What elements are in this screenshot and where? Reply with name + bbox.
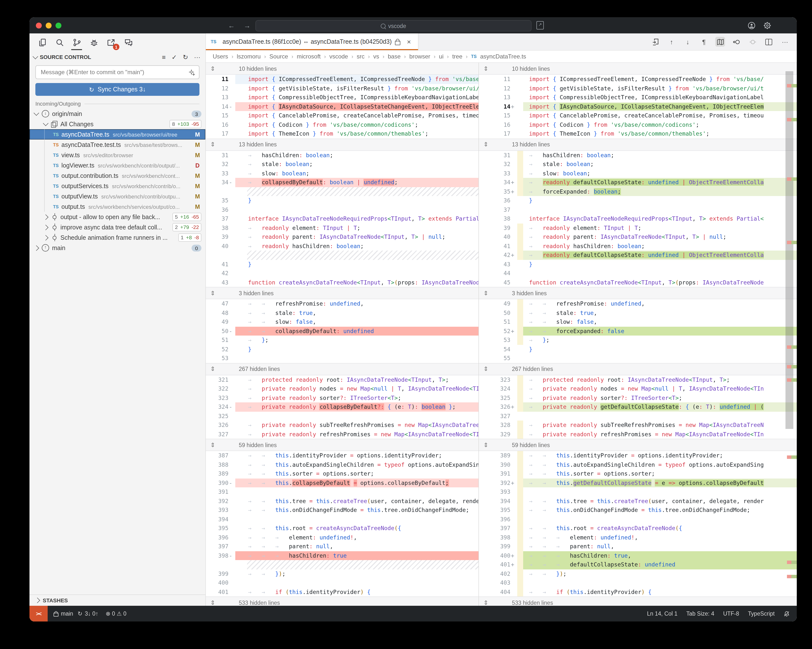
hidden-lines-band[interactable]: ⇕267 hidden lines [206, 363, 478, 375]
scm-file-row[interactable]: TSasyncDataTree.tssrc/vs/base/browser/ui… [29, 129, 205, 139]
hidden-lines-band[interactable]: ⇕10 hidden lines [206, 63, 478, 75]
chevron-right-icon [43, 214, 49, 220]
diff-line: 16import { Codicon } from 'vs/base/commo… [206, 120, 478, 129]
diff-line: 15import { CancelablePromise, createCanc… [206, 111, 478, 120]
cursor-position-item[interactable]: Ln 14, Col 1 [647, 611, 678, 617]
breadcrumb-item[interactable]: microsoft [297, 53, 321, 60]
hidden-lines-band[interactable]: ⇕533 hidden lines [206, 596, 478, 606]
close-window-button[interactable] [36, 22, 42, 28]
open-new-window-icon[interactable]: ↗ [536, 21, 544, 29]
breadcrumb-item[interactable]: vs [373, 53, 379, 60]
refresh-icon[interactable]: ↻ [183, 53, 188, 61]
previous-change-icon[interactable]: ↑ [667, 37, 676, 47]
breadcrumb-item[interactable]: lszomoru [237, 53, 261, 60]
scm-file-row[interactable]: TSoutputView.tssrc/vs/workbench/contrib/… [29, 191, 205, 202]
remote-badge: 1 [113, 44, 119, 50]
scm-file-row[interactable]: TSoutput.contribution.tssrc/vs/workbench… [29, 171, 205, 181]
more-actions-icon[interactable]: ··· [194, 53, 200, 61]
diff-line: 393→ → this.onDidChangeFindMode = this.t… [206, 505, 478, 515]
hidden-lines-band[interactable]: ⇕59 hidden lines [206, 439, 478, 451]
command-center[interactable]: vscode [255, 20, 531, 31]
minimize-window-button[interactable] [46, 22, 52, 28]
language-mode-item[interactable]: TypeScript [748, 611, 775, 617]
diff-original-pane[interactable]: ⇕10 hidden lines11import { ICompressedTr… [206, 63, 479, 606]
explorer-icon[interactable] [35, 35, 49, 50]
scm-commit-row[interactable]: improve async data tree default coll...2… [29, 222, 205, 232]
diff-line: 14+import { IAsyncDataSource, ICollapseS… [479, 102, 797, 111]
hidden-lines-band[interactable]: ⇕13 hidden lines [479, 138, 797, 151]
scm-file-row[interactable]: TSoutput.tssrc/vs/workbench/services/out… [29, 202, 205, 212]
diff-line: 49→ → refreshPromise: undefined, [479, 299, 797, 308]
breadcrumb[interactable]: Users›lszomoru›Source›microsoft›vscode›s… [206, 50, 797, 63]
breadcrumb-item[interactable]: tree [452, 53, 462, 60]
nav-back-icon[interactable]: ← [228, 21, 235, 29]
scm-file-row[interactable]: TSoutputServices.tssrc/vs/workbench/cont… [29, 181, 205, 191]
diff-line: 36 [206, 205, 478, 214]
account-icon[interactable] [748, 21, 756, 29]
scm-commit-row[interactable]: output - allow to open any file back...5… [29, 212, 205, 222]
hidden-lines-band[interactable]: ⇕10 hidden lines [479, 63, 797, 75]
zoom-window-button[interactable] [55, 22, 61, 28]
indentation-item[interactable]: Tab Size: 4 [686, 611, 714, 617]
scm-file-row[interactable]: TSview.tssrc/vs/editor/browserM [29, 150, 205, 160]
scm-file-row[interactable]: TSlogViewer.tssrc/vs/workbench/contrib/o… [29, 160, 205, 171]
scm-file-row[interactable]: TSasyncDataTree.test.tssrc/vs/base/test/… [29, 139, 205, 150]
collapse-unchanged-regions-icon[interactable] [715, 37, 725, 47]
open-file-icon[interactable] [650, 37, 660, 47]
commit-check-icon[interactable]: ✓ [171, 53, 177, 61]
breadcrumb-item[interactable]: base [388, 53, 401, 60]
run-debug-icon[interactable] [87, 35, 101, 50]
remote-explorer-icon[interactable]: 1 [104, 35, 118, 50]
breadcrumb-item[interactable]: browser [409, 53, 430, 60]
source-control-title: SOURCE CONTROL [40, 54, 91, 60]
diff-line: 403 [479, 578, 797, 587]
scm-branch-row[interactable]: ↑main0 [29, 243, 205, 253]
diff-line: 44 [479, 269, 797, 278]
search-view-icon[interactable] [53, 35, 66, 50]
hidden-lines-band[interactable]: ⇕3 hidden lines [479, 287, 797, 299]
hidden-lines-band[interactable]: ⇕267 hidden lines [479, 363, 797, 375]
inline-view-toggle-icon[interactable] [731, 37, 741, 47]
breadcrumb-item[interactable]: src [357, 53, 365, 60]
sync-changes-button[interactable]: ↻ Sync Changes 3↓ [35, 83, 200, 96]
next-change-icon[interactable]: ↓ [683, 37, 693, 47]
notifications-bell-icon[interactable] [783, 611, 790, 617]
commit-message-box[interactable] [35, 65, 200, 79]
close-tab-icon[interactable]: × [407, 38, 411, 46]
breadcrumb-item[interactable]: vscode [330, 53, 348, 60]
breadcrumb-item[interactable]: Users [213, 53, 228, 60]
view-as-list-icon[interactable]: ≡ [162, 53, 166, 61]
breadcrumb-item[interactable]: ui [439, 53, 444, 60]
split-editor-icon[interactable] [764, 37, 774, 47]
chevron-down-icon [33, 53, 38, 59]
breadcrumb-item[interactable]: Source [269, 53, 288, 60]
scm-group-row[interactable]: All Changes8+103-95 [29, 119, 205, 129]
stashes-section[interactable]: STASHES [29, 594, 205, 606]
source-control-view-icon[interactable] [70, 35, 84, 50]
breadcrumb-item[interactable]: asyncDataTree.ts [480, 53, 526, 60]
settings-gear-icon[interactable] [763, 21, 771, 29]
lock-icon [395, 41, 401, 45]
incoming-outgoing-section[interactable]: Incoming/Outgoing [29, 98, 205, 108]
whitespace-toggle-icon[interactable]: ¶ [699, 37, 709, 47]
hidden-lines-band[interactable]: ⇕533 hidden lines [479, 596, 797, 606]
chat-view-icon[interactable] [121, 35, 135, 50]
diff-line: 402→ → }); [479, 569, 797, 578]
scm-branch-row[interactable]: ↓origin/main3 [29, 108, 205, 119]
swap-sides-icon[interactable] [748, 37, 757, 47]
branch-status-item[interactable]: main ↻ 3↓ 0↑ [53, 610, 98, 617]
tab-diff-asyncdatatree[interactable]: TS asyncDataTree.ts (86f1cc0e) ⇔ asyncDa… [206, 34, 418, 50]
source-control-header[interactable]: SOURCE CONTROL ≡ ✓ ↻ ··· [29, 51, 205, 63]
hidden-lines-band[interactable]: ⇕3 hidden lines [206, 287, 478, 299]
commit-message-input[interactable] [40, 68, 189, 76]
sparkle-icon[interactable] [189, 69, 195, 75]
more-editor-actions-icon[interactable]: ··· [780, 37, 790, 47]
nav-forward-icon[interactable]: → [244, 21, 250, 29]
problems-status-item[interactable]: ⊗ 0 ⚠ 0 [105, 610, 127, 617]
hidden-lines-band[interactable]: ⇕59 hidden lines [479, 439, 797, 451]
encoding-item[interactable]: UTF-8 [723, 611, 739, 617]
diff-modified-pane[interactable]: ⇕10 hidden lines11import { ICompressedTr… [479, 63, 797, 606]
remote-indicator[interactable]: >< [29, 606, 48, 622]
hidden-lines-band[interactable]: ⇕13 hidden lines [206, 138, 478, 151]
scm-commit-row[interactable]: Schedule animation frame runners in ...1… [29, 232, 205, 243]
